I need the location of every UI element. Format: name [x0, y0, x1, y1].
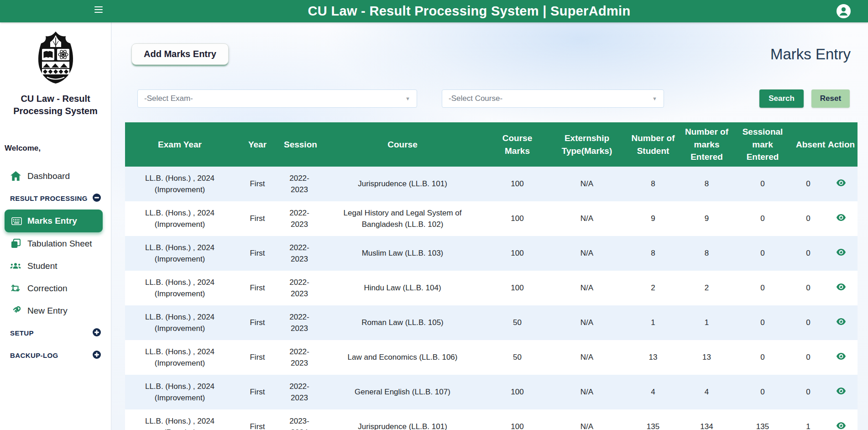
- table-cell: 4: [680, 375, 733, 409]
- section-label: BACKUP-LOG: [10, 351, 58, 359]
- sidebar-item-dashboard[interactable]: Dashboard: [0, 165, 111, 187]
- table-cell: 0: [792, 305, 824, 340]
- table-cell: LL.B. (Hons.) , 2024 (Improvement): [125, 236, 235, 271]
- repeat-icon: [10, 284, 21, 293]
- column-header: Course Marks: [486, 122, 548, 167]
- app-title: CU Law - Result Processing System | Supe…: [111, 4, 827, 19]
- users-icon: [10, 262, 21, 270]
- action-cell: [824, 409, 858, 430]
- column-header: Sessional mark Entered: [733, 122, 792, 167]
- sidebar: CU Law - Result Processing System Welcom…: [0, 22, 111, 430]
- sidebar-item-student[interactable]: Student: [0, 255, 111, 277]
- table-cell: 0: [792, 167, 824, 201]
- table-row: LL.B. (Hons.) , 2024 (Improvement)First2…: [125, 375, 858, 409]
- table-cell: 100: [486, 167, 548, 201]
- table-cell: 8: [680, 167, 733, 201]
- sidebar-section-result-processing[interactable]: RESULT PROCESSING: [0, 187, 111, 210]
- view-eye-icon[interactable]: [837, 422, 846, 429]
- table-cell: 2022-2023: [280, 375, 319, 409]
- table-cell: General English (LL.B. 107): [319, 375, 486, 409]
- header-left: [0, 0, 111, 22]
- table-row: LL.B. (Hons.) , 2024 (Improvement)First2…: [125, 271, 858, 305]
- sidebar-item-tabulation-sheet[interactable]: Tabulation Sheet: [0, 232, 111, 255]
- table-cell: Jurisprudence (LL.B. 101): [319, 167, 486, 201]
- view-eye-icon[interactable]: [837, 283, 846, 290]
- marks-table-head-row: Exam YearYearSessionCourseCourse MarksEx…: [125, 122, 858, 167]
- table-cell: First: [235, 201, 280, 236]
- view-eye-icon[interactable]: [837, 353, 846, 360]
- plus-circle-icon[interactable]: [93, 351, 101, 361]
- marks-table-container: Exam YearYearSessionCourseCourse MarksEx…: [125, 122, 857, 430]
- exam-select-value: -Select Exam-: [144, 94, 193, 103]
- action-cell: [824, 375, 858, 409]
- column-header: Number of Student: [626, 122, 680, 167]
- minus-circle-icon[interactable]: [93, 194, 101, 204]
- table-cell: 0: [733, 305, 792, 340]
- person-icon: [837, 4, 851, 18]
- table-cell: 8: [626, 167, 680, 201]
- table-cell: 13: [680, 340, 733, 375]
- view-eye-icon[interactable]: [837, 214, 846, 221]
- table-cell: 0: [792, 201, 824, 236]
- view-eye-icon[interactable]: [837, 388, 846, 394]
- column-header: Number of marks Entered: [680, 122, 733, 167]
- action-cell: [824, 236, 858, 271]
- table-cell: LL.B. (Hons.) , 2024 (Regular): [125, 409, 235, 430]
- table-row: LL.B. (Hons.) , 2024 (Improvement)First2…: [125, 236, 858, 271]
- view-eye-icon[interactable]: [837, 249, 846, 256]
- table-cell: 0: [792, 340, 824, 375]
- table-cell: N/A: [548, 167, 626, 201]
- table-cell: Muslim Law (LL.B. 103): [319, 236, 486, 271]
- action-cell: [824, 167, 858, 201]
- view-eye-icon[interactable]: [837, 318, 846, 325]
- table-cell: 0: [792, 271, 824, 305]
- table-cell: N/A: [548, 271, 626, 305]
- table-cell: LL.B. (Hons.) , 2024 (Improvement): [125, 167, 235, 201]
- sidebar-brand-title: CU Law - Result Processing System: [8, 93, 104, 117]
- table-cell: First: [235, 167, 280, 201]
- table-cell: N/A: [548, 201, 626, 236]
- sidebar-item-correction[interactable]: Correction: [0, 277, 111, 299]
- search-button[interactable]: Search: [759, 89, 804, 108]
- action-cell: [824, 201, 858, 236]
- reset-button[interactable]: Reset: [811, 89, 850, 108]
- table-cell: N/A: [548, 340, 626, 375]
- filters-bar: -Select Exam- ▼ -Select Course- ▼ Search…: [125, 89, 857, 108]
- course-select[interactable]: -Select Course- ▼: [442, 89, 664, 108]
- table-cell: 2022-2023: [280, 201, 319, 236]
- sidebar-section-setup[interactable]: SETUP: [0, 322, 111, 344]
- table-cell: 100: [486, 271, 548, 305]
- main-content: Add Marks Entry Marks Entry -Select Exam…: [112, 22, 868, 430]
- exam-select[interactable]: -Select Exam- ▼: [137, 89, 417, 108]
- cu-crest-icon: [33, 31, 78, 85]
- table-cell: Law and Economics (LL.B. 106): [319, 340, 486, 375]
- sidebar-nav: Dashboard RESULT PROCESSING: [0, 165, 111, 367]
- sidebar-item-marks-entry[interactable]: Marks Entry: [5, 210, 103, 232]
- action-cell: [824, 340, 858, 375]
- table-cell: 1: [792, 409, 824, 430]
- table-cell: 2022-2023: [280, 167, 319, 201]
- welcome-label: Welcome,: [0, 144, 111, 153]
- table-cell: Hindu Law (LL.B. 104): [319, 271, 486, 305]
- hamburger-menu-icon[interactable]: [94, 6, 103, 16]
- user-avatar-icon[interactable]: [837, 4, 851, 18]
- column-header: Course: [319, 122, 486, 167]
- sidebar-section-backup-log[interactable]: BACKUP-LOG: [0, 344, 111, 367]
- plus-circle-icon[interactable]: [93, 328, 101, 338]
- sidebar-item-new-entry[interactable]: New Entry: [0, 299, 111, 322]
- table-cell: 100: [486, 409, 548, 430]
- table-row: LL.B. (Hons.) , 2024 (Regular)First2023-…: [125, 409, 858, 430]
- table-cell: 2022-2023: [280, 271, 319, 305]
- table-row: LL.B. (Hons.) , 2024 (Improvement)First2…: [125, 340, 858, 375]
- view-eye-icon[interactable]: [837, 179, 846, 186]
- table-cell: N/A: [548, 305, 626, 340]
- table-cell: 0: [733, 201, 792, 236]
- sidebar-item-label: Correction: [27, 283, 68, 294]
- section-label: SETUP: [10, 329, 34, 337]
- add-marks-entry-button[interactable]: Add Marks Entry: [131, 43, 229, 65]
- section-label: RESULT PROCESSING: [10, 194, 88, 202]
- table-row: LL.B. (Hons.) , 2024 (Improvement)First2…: [125, 201, 858, 236]
- table-cell: 4: [626, 375, 680, 409]
- chevron-down-icon: ▼: [405, 96, 410, 101]
- table-cell: First: [235, 305, 280, 340]
